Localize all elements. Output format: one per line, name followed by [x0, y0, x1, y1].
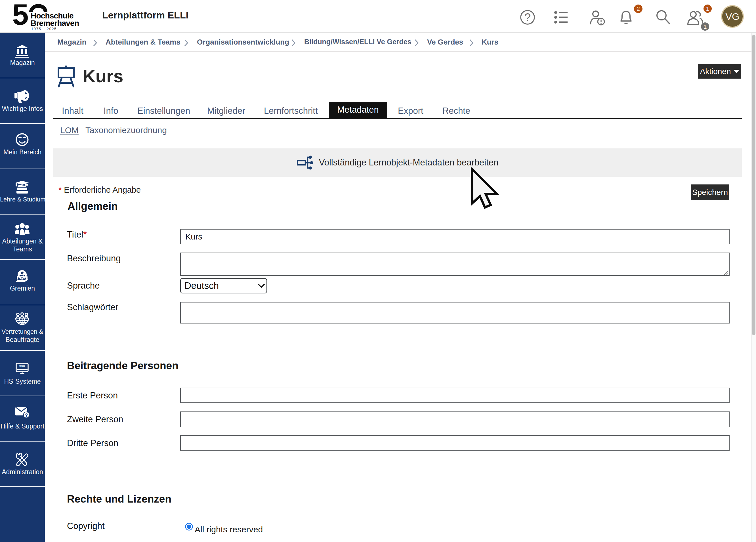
- svg-text:?: ?: [25, 413, 28, 418]
- svg-text:?: ?: [524, 11, 531, 24]
- svg-text:***: ***: [19, 364, 25, 369]
